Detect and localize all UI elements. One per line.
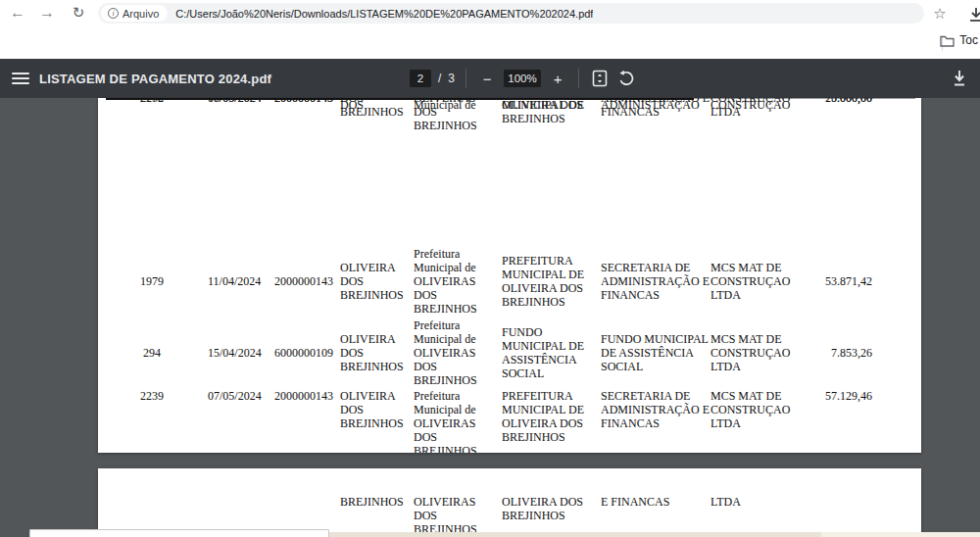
cell-entity: Prefeitura Municipal de OLIVEIRAS DOS BR… (414, 389, 496, 422)
cell-department: E FINANCAS (601, 495, 712, 537)
forward-icon[interactable]: → (35, 1, 59, 24)
toolbar-separator (578, 69, 579, 88)
bookmarks-folder-item[interactable]: Toc (940, 33, 978, 47)
browser-window: ← → ↻ i Arquivo C:/Users/João%20Neris/Do… (0, 0, 980, 537)
file-scheme-chip[interactable]: i Arquivo (101, 5, 168, 22)
cell-amount: 7.853,26 (784, 317, 872, 388)
cell-amount: 53.871,42 (784, 245, 872, 317)
page-total: 3 (448, 72, 455, 85)
page-number-input[interactable]: 2 (410, 70, 431, 87)
status-bubble (29, 529, 329, 537)
downloads-tray-icon[interactable] (965, 4, 980, 25)
pdf-download-icon[interactable] (949, 68, 970, 89)
back-icon[interactable]: ← (6, 1, 29, 24)
zoom-out-button[interactable]: − (477, 67, 497, 90)
menu-icon[interactable] (12, 71, 29, 86)
zoom-level-input[interactable]: 100% (504, 70, 541, 87)
table-row: 2239 07/05/2024 2000000143 OLIVEIRA DOS … (98, 389, 921, 422)
info-icon: i (108, 8, 119, 19)
cell-date: 11/04/2024 (208, 245, 276, 317)
fit-page-icon[interactable] (590, 67, 610, 90)
url-text: C:/Users/João%20Neris/Downloads/LISTAGEM… (175, 8, 593, 20)
background-window-strip (329, 532, 821, 537)
cell-org: OLIVEIRA DOS BREJINHOS (502, 495, 602, 537)
pdf-toolbar: LISTAGEM DE PAGAMENTO 2024.pdf 2 / 3 − 1… (0, 59, 980, 98)
cell-document-number: 6000000109 (274, 317, 343, 388)
rotate-icon[interactable] (616, 67, 636, 90)
pdf-viewport[interactable]: 1979 11/04/2024 2000000143 OLIVEIRA DOS … (0, 98, 980, 537)
cell-amount: 57.129,46 (784, 389, 872, 422)
cell-payment-id: 1979 (124, 245, 179, 317)
cell-document-number: 2000000143 (274, 389, 343, 422)
reload-icon[interactable]: ↻ (67, 1, 90, 24)
pdf-title: LISTAGEM DE PAGAMENTO 2024.pdf (39, 59, 271, 98)
cell-municipality: OLIVEIRA DOS BREJINHOS (340, 317, 415, 388)
cell-org: PREFEITURA MUNICIPAL DE OLIVEIRA DOS BRE… (502, 389, 602, 422)
cell-org: PREFEITURA MUNICIPAL DE OLIVEIRA DOS BRE… (502, 245, 602, 317)
pdf-page-2: 1979 11/04/2024 2000000143 OLIVEIRA DOS … (98, 98, 921, 453)
cell-document-number: 2000000143 (274, 245, 343, 317)
folder-icon (940, 34, 955, 47)
cell-date: 15/04/2024 (208, 317, 276, 388)
table-row: 1979 11/04/2024 2000000143 OLIVEIRA DOS … (98, 245, 921, 317)
cell-payment-id: 294 (124, 317, 179, 388)
file-scheme-label: Arquivo (122, 8, 159, 20)
cell-department: SECRETARIA DE ADMINISTRAÇÃO E FINANCAS (601, 389, 712, 422)
cell-department: SECRETARIA DE ADMINISTRAÇÃO E FINANCAS (601, 245, 712, 317)
bookmark-star-icon[interactable]: ☆ (929, 3, 951, 24)
pdf-page-3: BREJINHOS OLIVEIRAS DOS BREJINHOS OLIVEI… (98, 468, 921, 537)
cell-municipality: OLIVEIRA DOS BREJINHOS (340, 389, 415, 422)
cell-entity: Prefeitura Municipal de OLIVEIRAS DOS BR… (414, 245, 496, 317)
browser-toolbar: ← → ↻ i Arquivo C:/Users/João%20Neris/Do… (0, 0, 980, 27)
address-bar[interactable]: i Arquivo C:/Users/João%20Neris/Download… (98, 3, 924, 24)
zoom-in-button[interactable]: + (548, 67, 567, 90)
cell-org: FUNDO MUNICIPAL DE ASSISTÊNCIA SOCIAL (502, 317, 602, 388)
table-row: 294 15/04/2024 6000000109 OLIVEIRA DOS B… (98, 317, 921, 388)
cell-department: FUNDO MUNICIPAL DE ASSISTÊNCIA SOCIAL (601, 317, 712, 388)
cell-municipality: OLIVEIRA DOS BREJINHOS (340, 245, 415, 317)
background-window-strip-light (821, 532, 980, 537)
bookmarks-bar: Toc (0, 27, 980, 59)
cell-entity: OLIVEIRAS DOS BREJINHOS (414, 495, 496, 537)
cell-payment-id: 2239 (124, 389, 179, 422)
cell-amount (784, 495, 872, 537)
page-divider: / (438, 72, 441, 85)
bookmarks-folder-label: Toc (959, 33, 978, 47)
cell-date: 07/05/2024 (208, 389, 276, 422)
cell-entity: Prefeitura Municipal de OLIVEIRAS DOS BR… (414, 317, 496, 388)
toolbar-separator (466, 69, 466, 88)
cell-municipality: BREJINHOS (340, 495, 415, 537)
